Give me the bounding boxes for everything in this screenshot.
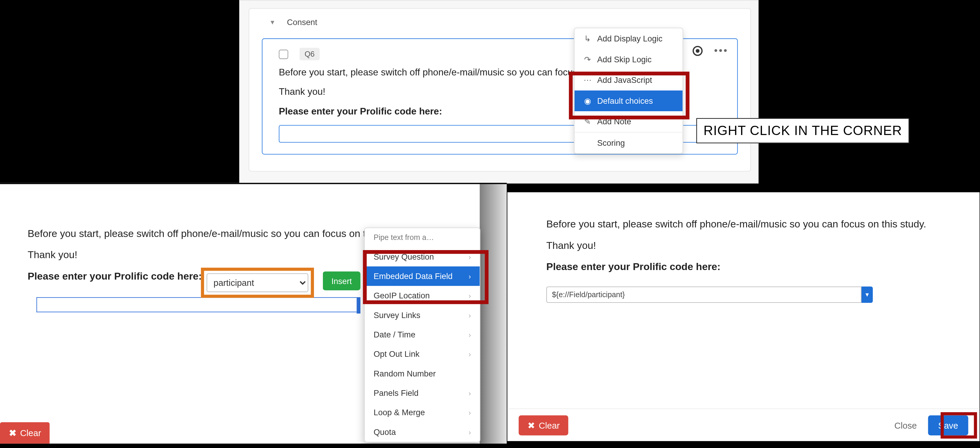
pipe-quota[interactable]: Quota›	[365, 422, 480, 442]
collapse-caret-icon[interactable]: ▼	[269, 19, 275, 26]
default-choices-result-panel: Before you start, please switch off phon…	[507, 192, 979, 441]
p3-clear-button[interactable]: ✖ Clear	[519, 415, 569, 435]
pipe-date-time[interactable]: Date / Time›	[365, 325, 480, 344]
p3-line1: Before you start, please switch off phon…	[546, 219, 944, 230]
embedded-field-select-wrap: participant	[201, 268, 314, 298]
p3-field-row: ▼	[546, 287, 873, 303]
branch-icon: ↳	[583, 34, 592, 43]
chevron-right-icon: ›	[469, 331, 471, 338]
p3-close-link[interactable]: Close	[894, 420, 916, 430]
chevron-right-icon: ›	[469, 409, 471, 416]
pipe-panels-field[interactable]: Panels Field›	[365, 383, 480, 403]
p3-piped-value-input[interactable]	[546, 287, 861, 303]
p2-clear-button[interactable]: ✖ Clear	[0, 422, 50, 444]
panel-shadow	[480, 183, 508, 443]
block-title: Consent	[287, 18, 317, 27]
chevron-right-icon: ›	[469, 311, 471, 319]
question-more-icon[interactable]: •••	[714, 45, 728, 57]
skip-icon: ↷	[583, 54, 592, 64]
annotation-label: RIGHT CLICK IN THE CORNER	[697, 118, 909, 143]
p3-prompt: Please enter your Prolific code here:	[546, 261, 944, 273]
p3-pipe-dropdown-toggle[interactable]: ▼	[861, 287, 873, 303]
p3-footer: ✖ Clear Close Save	[507, 408, 979, 441]
question-select-checkbox[interactable]	[279, 49, 288, 59]
question-id-badge: Q6	[300, 48, 320, 60]
pipe-menu-header: Pipe text from a…	[365, 228, 480, 247]
p3-line2: Thank you!	[546, 240, 944, 251]
ctx-add-display-logic[interactable]: ↳ Add Display Logic	[574, 28, 683, 49]
insert-button[interactable]: Insert	[323, 271, 360, 290]
p2-pipe-dropdown-toggle[interactable]	[356, 297, 360, 314]
pipe-random-number[interactable]: Random Number	[365, 364, 480, 383]
embedded-field-select[interactable]: participant	[207, 273, 308, 292]
close-icon: ✖	[528, 420, 535, 430]
close-icon: ✖	[9, 428, 16, 438]
highlight-box-embedded-data	[363, 250, 488, 304]
chevron-right-icon: ›	[469, 389, 471, 397]
pipe-loop-merge[interactable]: Loop & Merge›	[365, 403, 480, 422]
pipe-survey-links[interactable]: Survey Links›	[365, 305, 480, 325]
chevron-right-icon: ›	[469, 350, 471, 358]
highlight-box-save	[941, 412, 977, 439]
pipe-opt-out[interactable]: Opt Out Link›	[365, 344, 480, 364]
highlight-box-default-choices	[569, 72, 690, 119]
ctx-add-skip-logic[interactable]: ↷ Add Skip Logic	[574, 49, 683, 70]
p2-text-input[interactable]	[37, 297, 356, 312]
chevron-down-icon: ▼	[864, 292, 870, 298]
question-type-radio-icon[interactable]	[693, 46, 703, 56]
ctx-scoring[interactable]: Scoring	[574, 132, 683, 153]
chevron-right-icon: ›	[469, 428, 471, 436]
